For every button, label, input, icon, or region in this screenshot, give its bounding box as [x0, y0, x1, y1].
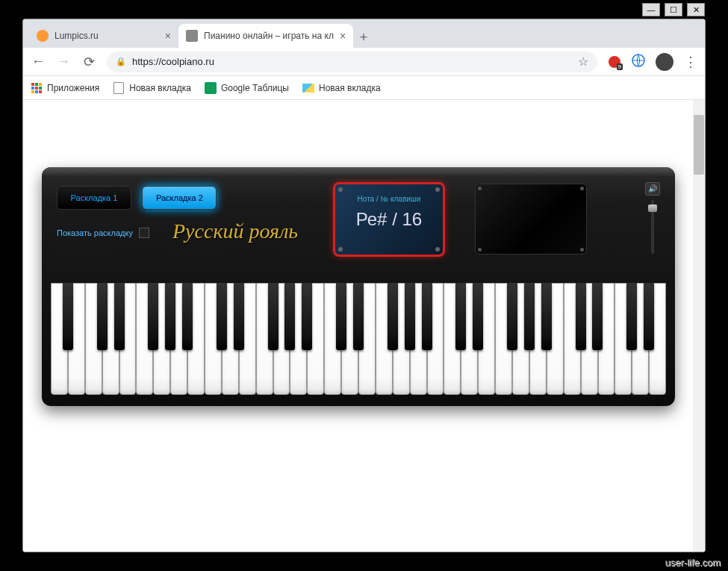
new-tab-button[interactable]: + [353, 27, 374, 48]
watermark: user-life.com [665, 557, 721, 568]
forward-button[interactable]: → [56, 54, 71, 69]
toolbar-right: 9 ⋮ [608, 53, 697, 71]
maximize-button[interactable]: ☐ [665, 3, 682, 16]
scrollbar[interactable] [693, 100, 705, 552]
bookmark-label: Новая вкладка [319, 83, 381, 93]
url-bar[interactable]: 🔒 https://coolpiano.ru ☆ [107, 52, 597, 72]
document-icon [113, 82, 124, 94]
black-key[interactable] [234, 283, 244, 350]
favicon-icon [186, 30, 198, 42]
black-key[interactable] [114, 283, 125, 350]
tab-title: Пианино онлайн – играть на кл [204, 31, 334, 41]
page-content: Раскладка 1 Раскладка 2 Показать расклад… [23, 100, 705, 552]
extension-icon[interactable]: 9 [608, 55, 621, 69]
black-key[interactable] [455, 283, 466, 350]
image-icon [302, 84, 314, 93]
black-key[interactable] [336, 283, 346, 350]
piano-logo: Русский рояль [172, 219, 298, 243]
black-key[interactable] [302, 283, 312, 350]
lock-icon: 🔒 [116, 57, 126, 66]
show-layout-checkbox[interactable] [139, 228, 149, 238]
url-text: https://coolpiano.ru [132, 56, 572, 67]
black-key[interactable] [165, 283, 175, 350]
bookmark-newtab2[interactable]: Новая вкладка [302, 82, 381, 94]
black-key[interactable] [507, 283, 517, 350]
close-tab-icon[interactable]: × [165, 30, 171, 42]
note-display-value: Ре# / 16 [341, 209, 437, 230]
avatar[interactable] [656, 53, 673, 71]
black-key[interactable] [541, 283, 552, 350]
volume-thumb[interactable] [648, 205, 657, 212]
menu-button[interactable]: ⋮ [684, 54, 697, 70]
bookmark-label: Приложения [47, 83, 99, 93]
back-button[interactable]: ← [31, 54, 46, 69]
bookmarks-bar: Приложения Новая вкладка Google Таблицы … [23, 76, 705, 100]
black-key[interactable] [422, 283, 432, 350]
favicon-icon [37, 30, 49, 42]
bookmark-label: Новая вкладка [129, 83, 191, 93]
black-key[interactable] [592, 283, 603, 350]
black-key[interactable] [148, 283, 158, 350]
tab-title: Lumpics.ru [55, 31, 159, 41]
piano-top-edge [42, 167, 675, 178]
mute-button[interactable]: 🔊 [645, 182, 660, 196]
star-icon[interactable]: ☆ [578, 54, 588, 69]
black-key[interactable] [524, 283, 535, 350]
volume-control: 🔊 [630, 182, 660, 257]
tab-piano[interactable]: Пианино онлайн – играть на кл × [178, 24, 353, 48]
bookmark-newtab1[interactable]: Новая вкладка [113, 82, 191, 94]
black-key[interactable] [63, 283, 73, 350]
translate-icon[interactable] [632, 54, 645, 70]
secondary-display [475, 184, 587, 255]
tab-lumpics[interactable]: Lumpics.ru × [29, 24, 178, 48]
apps-icon [31, 83, 42, 93]
black-key[interactable] [353, 283, 364, 350]
extension-badge: 9 [617, 63, 623, 70]
black-key[interactable] [388, 283, 398, 350]
layout1-button[interactable]: Раскладка 1 [57, 186, 131, 210]
browser-window: — ☐ ✕ Lumpics.ru × Пианино онлайн – игра… [22, 19, 706, 552]
close-window-button[interactable]: ✕ [687, 3, 705, 16]
black-key[interactable] [405, 283, 415, 350]
bookmark-label: Google Таблицы [221, 83, 289, 93]
bookmark-apps[interactable]: Приложения [31, 82, 99, 94]
layout2-button[interactable]: Раскладка 2 [142, 186, 217, 210]
window-controls: — ☐ ✕ [642, 3, 705, 16]
sheets-icon [205, 82, 217, 94]
nav-bar: ← → ⟳ 🔒 https://coolpiano.ru ☆ 9 ⋮ [23, 48, 705, 76]
piano-keyboard [51, 283, 666, 395]
black-key[interactable] [626, 283, 637, 350]
black-key[interactable] [576, 283, 586, 350]
show-layout-label: Показать раскладку [57, 228, 133, 237]
minimize-button[interactable]: — [642, 3, 660, 16]
black-key[interactable] [473, 283, 483, 350]
note-display-label: Нота / № клавиши [341, 195, 437, 203]
black-key[interactable] [268, 283, 279, 350]
black-key[interactable] [644, 283, 654, 350]
black-key[interactable] [182, 283, 193, 350]
piano-app: Раскладка 1 Раскладка 2 Показать расклад… [42, 167, 675, 406]
black-key[interactable] [97, 283, 108, 350]
black-key[interactable] [217, 283, 227, 350]
volume-slider[interactable] [651, 200, 654, 254]
reload-button[interactable]: ⟳ [81, 54, 96, 69]
close-tab-icon[interactable]: × [340, 30, 346, 42]
scroll-thumb[interactable] [694, 115, 704, 175]
tab-bar: Lumpics.ru × Пианино онлайн – играть на … [23, 19, 705, 48]
note-display: Нота / № клавиши Ре# / 16 [333, 182, 445, 257]
piano-body: Раскладка 1 Раскладка 2 Показать расклад… [42, 167, 675, 406]
bookmark-sheets[interactable]: Google Таблицы [205, 82, 289, 94]
black-key[interactable] [284, 283, 295, 350]
